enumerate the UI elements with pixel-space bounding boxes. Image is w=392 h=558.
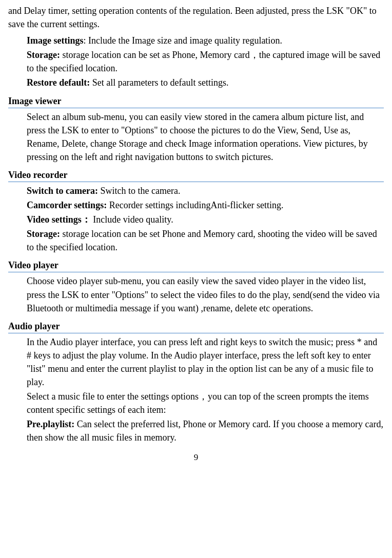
preplaylist-line: Pre.playlist: Can select the preferred l… — [8, 417, 384, 444]
camcorder-settings-line: Camcorder settings: Recorder settings in… — [8, 198, 384, 212]
image-settings-label: Image settings — [27, 35, 84, 46]
storage-line-video: Storage: storage location can be set Pho… — [8, 227, 384, 254]
video-player-header: Video player — [8, 260, 384, 272]
audio-player-text-2: Select a music file to enter the setting… — [8, 390, 384, 416]
storage-label-video: Storage: — [27, 229, 60, 239]
image-viewer-body: Select an album sub-menu, you can easily… — [8, 110, 384, 164]
storage-text-video: storage location can be set Phone and Me… — [27, 229, 377, 252]
camcorder-settings-text: Recorder settings includingAnti-flicker … — [107, 200, 283, 210]
storage-text-top: storage location can be set as Phone, Me… — [27, 50, 380, 73]
video-settings-text: Include video quality. — [91, 214, 173, 225]
switch-to-camera-line: Switch to camera: Switch to the camera. — [8, 184, 384, 197]
page-number: 9 — [8, 452, 384, 463]
top-paragraph: and Delay timer, setting operation conte… — [8, 4, 384, 31]
storage-line-top: Storage: storage location can be set as … — [8, 48, 384, 75]
video-player-text: Choose video player sub-menu, you can ea… — [8, 274, 384, 314]
image-settings-line: Image settings: Include the Image size a… — [8, 34, 384, 47]
image-settings-text: Include the Image size and image quality… — [86, 35, 282, 46]
audio-player-text-1: In the Audio player interface, you can p… — [8, 335, 384, 389]
camcorder-settings-label: Camcorder settings: — [27, 200, 107, 210]
switch-to-camera-text: Switch to the camera. — [98, 186, 180, 196]
page-content: and Delay timer, setting operation conte… — [8, 4, 384, 463]
video-settings-label: Video settings： — [27, 214, 91, 225]
restore-line: Restore default: Set all parameters to d… — [8, 76, 384, 89]
storage-label-top: Storage: — [27, 50, 60, 60]
preplaylist-text: Can select the preferred list, Phone or … — [27, 419, 383, 443]
preplaylist-label: Pre.playlist: — [27, 419, 74, 429]
restore-text: Set all parameters to default settings. — [90, 77, 228, 88]
video-settings-line: Video settings： Include video quality. — [8, 213, 384, 226]
video-recorder-body: Switch to camera: Switch to the camera. … — [8, 184, 384, 254]
switch-to-camera-label: Switch to camera: — [27, 186, 98, 196]
audio-player-header: Audio player — [8, 321, 384, 333]
restore-label: Restore default: — [27, 77, 90, 88]
audio-player-body: In the Audio player interface, you can p… — [8, 335, 384, 445]
image-viewer-text: Select an album sub-menu, you can easily… — [8, 110, 384, 164]
video-recorder-header: Video recorder — [8, 170, 384, 182]
video-player-body: Choose video player sub-menu, you can ea… — [8, 274, 384, 314]
image-viewer-header: Image viewer — [8, 96, 384, 108]
